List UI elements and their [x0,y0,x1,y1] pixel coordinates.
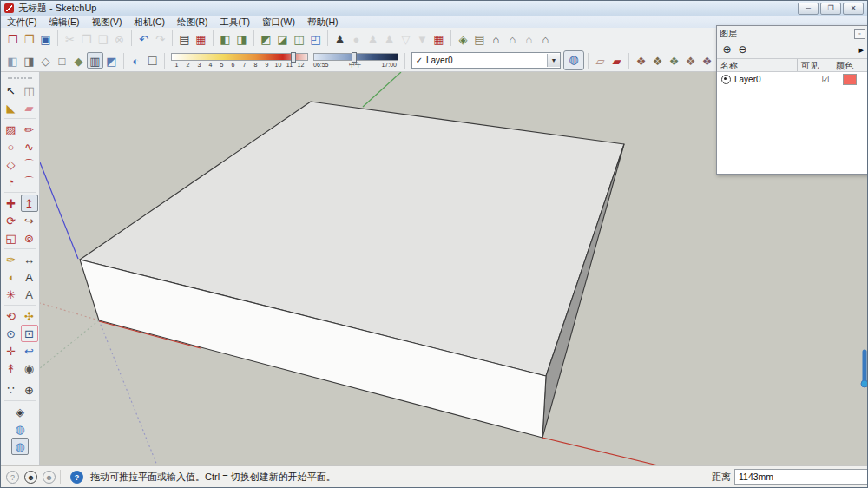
follow-me-tool[interactable]: ↪ [21,212,38,229]
measurement-value-input[interactable]: 1143mm [734,469,867,485]
make-component-tool[interactable]: ◫ [21,82,38,99]
shadow-time-slider[interactable]: 06:55 中午 17:00 [313,53,398,69]
move-tool[interactable]: ✚ [3,195,20,212]
component-button-4[interactable]: ◪ [274,30,291,47]
right-view-button[interactable]: ⌂ [504,30,521,47]
save-button[interactable]: ▣ [37,30,54,47]
section-grid-button[interactable]: ▦ [431,30,447,47]
claim-model-icon[interactable]: ☻ [24,471,37,484]
layer-dropdown[interactable]: ✓ Layer0 ▼ [411,52,561,69]
tape-measure-tool[interactable]: ✑ [3,251,20,268]
rectangle-tool[interactable]: ▨ [3,121,20,138]
menu-item-7[interactable]: 窗口(W) [256,16,301,28]
arc-tool[interactable]: ⌒ [21,155,38,173]
section-cut-button[interactable]: ❖ [633,52,649,69]
menu-item-6[interactable]: 工具(T) [214,16,256,28]
left-view-button[interactable]: ⌂ [537,30,554,47]
monochrome-style-button[interactable]: ◩ [103,52,120,69]
section-display-button[interactable]: ▰ [608,52,625,69]
wireframe-style-button[interactable]: ◇ [37,52,54,69]
rotate-tool[interactable]: ⟳ [3,212,20,229]
restore-button[interactable]: ❐ [820,3,841,15]
sign-in-icon[interactable]: ☻ [43,471,56,484]
component-button-6[interactable]: ◰ [307,30,324,47]
eraser-tool[interactable]: ▰ [21,99,38,116]
axes-tool[interactable]: ✳ [3,286,20,303]
time-slider-bar[interactable] [313,53,398,61]
top-view-button[interactable]: ▤ [471,30,488,47]
layer-manager-button[interactable]: ◍ [563,50,584,70]
component-button-3[interactable]: ◩ [258,30,274,47]
xray-style-button[interactable]: ◧ [4,52,21,69]
section-tool-button-4[interactable]: ❖ [682,52,699,69]
select-tool[interactable]: ↖ [3,82,20,99]
dimension-tool[interactable]: ↔ [21,251,38,268]
section-plane-button[interactable]: ▱ [592,52,608,69]
open-button[interactable]: ❐ [21,30,37,47]
shadow-settings-button[interactable]: ◐ [128,52,144,69]
walkthrough-sphere-tool[interactable]: ◍ [11,420,29,438]
zoom-extents-tool[interactable]: ✛ [3,342,20,359]
close-button[interactable]: ✕ [843,3,864,15]
geolocation-icon[interactable]: ? [6,471,19,484]
new-button[interactable]: ❒ [4,30,21,47]
menu-item-8[interactable]: 帮助(H) [301,16,345,28]
two-point-arc-tool[interactable]: ⌒ [21,173,38,190]
offset-tool[interactable]: ⊚ [21,229,38,247]
time-slider-handle[interactable] [352,52,357,63]
layers-menu-button[interactable]: ▸ [858,44,864,56]
menu-item-1[interactable]: 文件(F) [1,16,43,28]
menu-item-4[interactable]: 相机(C) [128,16,171,28]
remove-layer-button[interactable]: ⊖ [737,44,748,56]
layer-visible-checkbox[interactable]: ☑ [808,75,843,84]
component-button-2[interactable]: ◨ [233,30,250,47]
component-button-5[interactable]: ◫ [291,30,307,47]
zoom-window-tool[interactable]: ⊡ [21,325,38,342]
line-tool[interactable]: ✏ [21,121,38,138]
help-icon[interactable]: ? [70,471,83,484]
menu-item-2[interactable]: 编辑(E) [43,16,85,28]
pan-tool[interactable]: ✣ [21,307,38,325]
pie-tool[interactable]: ◔ [3,173,20,190]
back-view-button[interactable]: ⌂ [521,30,537,47]
menu-item-3[interactable]: 视图(V) [85,16,128,28]
zoom-tool[interactable]: ⊙ [3,325,20,342]
walkthrough-sphere-active-tool[interactable]: ◍ [11,438,29,455]
push-pull-tool[interactable]: ↥ [21,195,38,212]
freehand-tool[interactable]: ∿ [21,138,38,155]
circle-tool[interactable]: ○ [3,138,20,155]
orbit-target-tool[interactable]: ⊕ [21,381,38,399]
interact-button[interactable]: ♟ [332,30,348,47]
shaded-style-button[interactable]: ◆ [70,52,87,69]
orbit-tool[interactable]: ⟲ [3,307,20,325]
back-edges-style-button[interactable]: ◨ [21,52,37,69]
paint-bucket-tool[interactable]: ◣ [3,99,20,116]
iso-view-button[interactable]: ◈ [455,30,471,47]
3d-text-tool[interactable]: A [21,286,38,303]
menu-item-5[interactable]: 绘图(R) [171,16,214,28]
section-tool-button-5[interactable]: ❖ [699,52,715,69]
shadow-toggle-button[interactable]: ☐ [144,52,161,69]
shaded-textures-style-button[interactable]: ▥ [87,52,103,69]
polygon-tool[interactable]: ◇ [3,155,20,173]
layers-panel-collapse-button[interactable]: ▫ [854,29,865,39]
layer-active-radio[interactable] [721,75,731,84]
previous-view-tool[interactable]: ↩ [21,342,38,359]
layer-row[interactable]: Layer0☑ [717,72,868,86]
protractor-tool[interactable]: ◖ [3,268,20,286]
print-button[interactable]: ▤ [176,30,193,47]
scale-tool[interactable]: ◱ [3,229,20,247]
undo-button[interactable]: ↶ [135,30,152,47]
walk-tool[interactable]: ∵ [3,381,20,399]
section-tool-button-3[interactable]: ❖ [666,52,682,69]
hidden-line-style-button[interactable]: □ [54,52,70,69]
date-slider-bar[interactable] [171,53,308,61]
date-slider-handle[interactable] [291,52,296,63]
add-layer-button[interactable]: ⊕ [721,44,733,56]
make-component-button[interactable]: ◧ [217,30,233,47]
shadow-date-slider[interactable]: 123456789101112 [171,53,308,69]
model-info-button[interactable]: ▦ [193,30,209,47]
text-tool[interactable]: A [21,268,38,286]
position-camera-tool[interactable]: ↟ [3,359,20,377]
next-view-tool[interactable]: ◈ [11,403,29,420]
